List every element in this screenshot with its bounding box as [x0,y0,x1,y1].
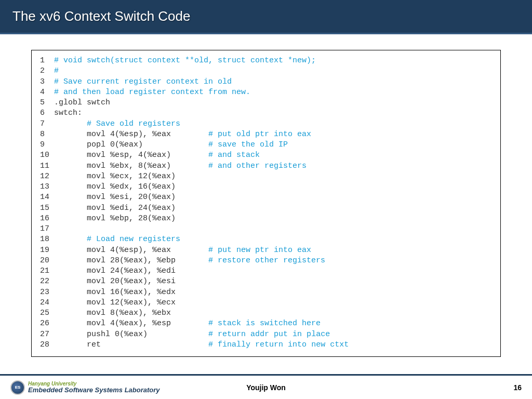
code-line: 12 movl %ecx, 12(%eax) [40,171,492,182]
code-line: 19 movl 4(%esp), %eax # put new ptr into… [40,245,492,256]
code-box: 1 # void swtch(struct context **old, str… [31,50,501,357]
code-line: 4 # and then load register context from … [40,87,492,98]
title-bar: The xv6 Context Switch Code [0,0,532,34]
code-line: 13 movl %edx, 16(%eax) [40,182,492,192]
footer: ES Hanyang University Embedded Software … [0,374,532,399]
footer-page-number: 16 [513,383,522,392]
code-line: 14 movl %esi, 20(%eax) [40,192,492,203]
code-line: 23 movl 16(%eax), %edx [40,287,492,298]
logo-badge-icon: ES [10,380,25,395]
code-line: 11 movl %ebx, 8(%eax) # and other regist… [40,161,492,171]
code-line: 27 pushl 0(%eax) # return addr put in pl… [40,329,492,340]
code-line: 20 movl 28(%eax), %ebp # restore other r… [40,256,492,266]
code-line: 25 movl 8(%eax), %ebx [40,308,492,318]
code-line: 24 movl 12(%eax), %ecx [40,298,492,308]
code-line: 7 # Save old registers [40,119,492,129]
code-line: 1 # void swtch(struct context **old, str… [40,56,492,66]
code-line: 8 movl 4(%esp), %eax # put old ptr into … [40,129,492,140]
code-line: 9 popl 0(%eax) # save the old IP [40,140,492,150]
logo-text: Hanyang University Embedded Software Sys… [28,381,160,393]
code-line: 17 [40,224,492,234]
slide-title: The xv6 Context Switch Code [12,8,191,24]
logo-lab: Embedded Software Systems Laboratory [28,387,160,393]
footer-author: Youjip Won [246,383,286,392]
code-line: 15 movl %edi, 24(%eax) [40,203,492,214]
code-line: 21 movl 24(%eax), %edi [40,266,492,276]
code-line: 22 movl 20(%eax), %esi [40,276,492,287]
code-line: 10 movl %esp, 4(%eax) # and stack [40,150,492,161]
code-line: 6 swtch: [40,108,492,118]
code-line: 3 # Save current register context in old [40,77,492,87]
code-line: 26 movl 4(%eax), %esp # stack is switche… [40,318,492,329]
code-line: 18 # Load new registers [40,234,492,245]
code-line: 5 .globl swtch [40,98,492,108]
code-line: 2 # [40,66,492,76]
footer-logo: ES Hanyang University Embedded Software … [10,380,160,395]
content-area: 1 # void swtch(struct context **old, str… [0,34,532,357]
code-line: 16 movl %ebp, 28(%eax) [40,214,492,224]
code-line: 28 ret # finally return into new ctxt [40,340,492,350]
